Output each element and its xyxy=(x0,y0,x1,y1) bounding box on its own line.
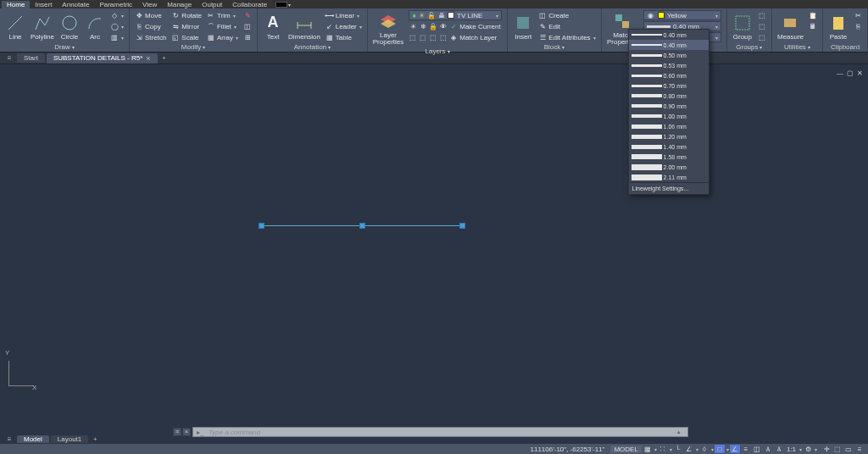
circle-tool[interactable]: Circle xyxy=(58,10,81,42)
layer-ml-icon[interactable]: ◈ xyxy=(449,33,458,42)
menu-manage[interactable]: Manage xyxy=(162,1,197,8)
new-tab-button[interactable]: + xyxy=(159,54,170,62)
dimension-tool[interactable]: Dimension xyxy=(287,10,322,42)
layer-icon-3[interactable]: 🔒 xyxy=(429,22,437,30)
color-dropdown[interactable]: ◉Yellow▾ xyxy=(643,10,721,20)
polyline-tool[interactable]: Polyline xyxy=(29,10,56,42)
polar-toggle[interactable]: ∠ xyxy=(684,445,694,453)
osnap-toggle[interactable]: □ xyxy=(715,445,725,453)
paste-tool[interactable]: Paste xyxy=(826,10,850,42)
text-tool[interactable]: AText xyxy=(261,10,285,42)
grip-mid[interactable] xyxy=(359,223,365,229)
arc-tool[interactable]: Arc xyxy=(83,10,107,42)
lw-option[interactable]: 0.60 mm xyxy=(629,70,709,80)
lw-option[interactable]: 0.53 mm xyxy=(629,60,709,70)
menu-view[interactable]: View xyxy=(137,1,162,8)
lw-option[interactable]: 2.11 mm xyxy=(629,172,709,182)
cmd-close-icon[interactable]: × xyxy=(182,428,191,436)
draw-more-3[interactable]: ▥▾ xyxy=(108,32,125,42)
menu-parametric[interactable]: Parametric xyxy=(94,1,137,8)
scale-button[interactable]: 1:1 xyxy=(785,445,798,453)
group-more-2[interactable]: ⬚ xyxy=(756,21,768,31)
layer-properties-tool[interactable]: Layer Properties xyxy=(371,10,405,47)
drawing-viewport[interactable]: — ▢ ✕ Y X xyxy=(0,64,868,425)
customize-icon[interactable]: ≡ xyxy=(854,445,865,453)
layer-icon-7[interactable]: ⬚ xyxy=(429,33,437,42)
layer-dropdown[interactable]: ●☀🔓🖶TV LINE▾ xyxy=(407,10,504,20)
lw-option[interactable]: 1.00 mm xyxy=(629,111,709,121)
lineweight-settings[interactable]: Lineweight Settings... xyxy=(629,182,709,194)
create-tool[interactable]: ◫Create xyxy=(537,10,597,20)
layer-make-current[interactable]: Make Current xyxy=(459,23,500,30)
move-tool[interactable]: ✥Move xyxy=(133,10,168,20)
model-tab[interactable]: Model xyxy=(17,435,49,443)
annoscale-toggle[interactable]: Ａ xyxy=(763,445,773,453)
minimize-icon[interactable]: — xyxy=(837,69,843,77)
layer-match-layer[interactable]: Match Layer xyxy=(459,34,497,42)
menu-collaborate[interactable]: Collaborate xyxy=(227,1,272,8)
clip-more-2[interactable]: ⎘ xyxy=(852,21,864,31)
isodraft-toggle[interactable]: ◊ xyxy=(699,445,709,453)
lw-option[interactable]: 0.90 mm xyxy=(629,101,709,111)
menu-output[interactable]: Output xyxy=(197,1,227,8)
leader-tool[interactable]: ↙Leader▾ xyxy=(324,21,364,31)
layout1-tab[interactable]: Layout1 xyxy=(51,435,88,443)
measure-tool[interactable]: Measure xyxy=(776,10,805,42)
close-icon[interactable]: × xyxy=(146,54,150,63)
command-input[interactable]: ▸_ Type a command ▴ xyxy=(192,427,688,437)
group-more-3[interactable]: ⬚ xyxy=(756,32,768,42)
edit-tool[interactable]: ✎Edit xyxy=(537,21,597,31)
command-history-icon[interactable]: ▴ xyxy=(677,429,684,435)
grip-start[interactable] xyxy=(259,223,264,229)
transparency-toggle[interactable]: ◫ xyxy=(752,445,762,453)
mirror-tool[interactable]: ⇋Mirror xyxy=(170,21,203,31)
menu-app-switcher[interactable]: ▾ xyxy=(275,2,291,8)
linear-tool[interactable]: ⟷Linear▾ xyxy=(324,10,364,20)
close-viewport-icon[interactable]: ✕ xyxy=(857,69,863,77)
new-layout-button[interactable]: + xyxy=(90,435,100,443)
snap-toggle[interactable]: ⸬ xyxy=(658,445,668,453)
start-tab[interactable]: Start xyxy=(17,53,45,63)
otrack-toggle[interactable]: ∠ xyxy=(730,445,740,453)
stretch-tool[interactable]: ⇲Stretch xyxy=(133,32,168,42)
trim-tool[interactable]: ✂Trim▾ xyxy=(205,10,240,20)
menu-insert[interactable]: Insert xyxy=(30,1,57,8)
util-more-1[interactable]: 📋 xyxy=(807,10,819,20)
modify-more-1[interactable]: ✎ xyxy=(242,10,253,20)
array-tool[interactable]: ▦Array▾ xyxy=(205,32,240,42)
insert-tool[interactable]: Insert xyxy=(511,10,535,42)
grip-end[interactable] xyxy=(459,223,465,229)
menu-home[interactable]: Home xyxy=(2,1,30,8)
fillet-tool[interactable]: ⌒Fillet▾ xyxy=(205,21,240,31)
lw-option[interactable]: 2.00 mm xyxy=(629,162,709,172)
line-tool[interactable]: Line xyxy=(3,10,27,42)
lw-option[interactable]: 1.58 mm xyxy=(629,152,709,162)
group-tool[interactable]: Group xyxy=(731,10,754,42)
lw-option[interactable]: 0.40 mm xyxy=(629,30,709,40)
cmd-recent-icon[interactable]: ≡ xyxy=(173,428,181,436)
menu-annotate[interactable]: Annotate xyxy=(57,1,94,8)
layer-icon-8[interactable]: ⬚ xyxy=(439,33,448,42)
lw-option[interactable]: 0.50 mm xyxy=(629,50,709,60)
lw-option[interactable]: 1.06 mm xyxy=(629,121,709,131)
annovisibility-toggle[interactable]: Ａ xyxy=(774,445,784,453)
layer-mc[interactable]: ✓ xyxy=(449,22,458,30)
document-tab[interactable]: SUBSTATION DETAILS - R5*× xyxy=(47,53,158,64)
copy-tool[interactable]: ⎘Copy xyxy=(133,21,168,31)
lwdisplay-toggle[interactable]: ≡ xyxy=(741,445,751,453)
ortho-toggle[interactable]: └ xyxy=(673,445,683,453)
layout-menu-icon[interactable]: ≡ xyxy=(3,435,15,443)
cleanscreen-icon[interactable]: ▭ xyxy=(843,445,854,453)
hardware-accel-icon[interactable]: ⬚ xyxy=(832,445,843,453)
layer-icon-4[interactable]: 👁 xyxy=(439,22,448,30)
group-more-1[interactable]: ⬚ xyxy=(756,10,768,20)
lw-option[interactable]: 0.40 mm xyxy=(629,40,709,50)
layer-icon-2[interactable]: ❄ xyxy=(419,22,427,30)
status-space[interactable]: MODEL xyxy=(610,446,641,453)
layer-icon-5[interactable]: ⬚ xyxy=(409,33,417,42)
draw-more-1[interactable]: ◇▾ xyxy=(108,10,125,20)
lw-option[interactable]: 1.20 mm xyxy=(629,131,709,141)
maximize-icon[interactable]: ▢ xyxy=(847,69,854,77)
table-tool[interactable]: ▦Table xyxy=(324,32,364,42)
scale-tool[interactable]: ◱Scale xyxy=(170,32,203,42)
